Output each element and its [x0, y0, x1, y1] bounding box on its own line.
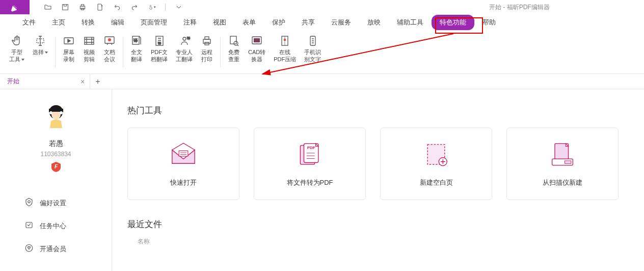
menu-item-4[interactable]: 页面管理: [132, 15, 175, 30]
svg-rect-2: [81, 5, 84, 6]
dropdown-icon[interactable]: [175, 3, 183, 11]
ribbon-label: PDF文 档翻译: [151, 49, 168, 63]
ribbon-pdftrans[interactable]: 译PDF文 档翻译: [147, 35, 172, 63]
svg-text:译: 译: [187, 37, 190, 40]
print-icon[interactable]: [78, 3, 87, 11]
ribbon-separator: [220, 37, 221, 67]
menu-item-11[interactable]: 放映: [359, 15, 389, 30]
scanner-icon: [547, 140, 578, 169]
cad-icon: CAD: [251, 35, 263, 47]
menu-item-1[interactable]: 主页: [44, 15, 73, 30]
ribbon-print[interactable]: 远程 打印: [197, 35, 217, 63]
ribbon-human[interactable]: 译专业人 工翻译: [172, 35, 197, 63]
menu-item-6[interactable]: 视图: [205, 15, 234, 30]
sidebar-item-gear[interactable]: 偏好设置: [0, 191, 112, 214]
ribbon-label: 专业人 工翻译: [176, 49, 193, 63]
menu-item-5[interactable]: 注释: [175, 15, 205, 30]
content: 热门工具 快速打开PDF将文件转为PDF新建空白页从扫描仪新建 最近文件 名称: [112, 89, 644, 271]
ribbon-translate[interactable]: 译全文 翻译: [126, 35, 147, 63]
window-title: 开始 - 福昕PDF编辑器: [489, 3, 550, 12]
record-icon: [63, 35, 75, 47]
svg-text:译: 译: [158, 42, 161, 45]
menu-bar: 文件主页转换编辑页面管理注释视图表单保护共享云服务放映辅助工具特色功能帮助: [0, 14, 644, 31]
open-icon[interactable]: [44, 3, 52, 11]
quick-access-toolbar: ▾: [30, 3, 183, 11]
ribbon-film[interactable]: 视频 剪辑: [79, 35, 99, 63]
menu-item-14[interactable]: 帮助: [474, 15, 504, 30]
card-label: 从扫描仪新建: [543, 178, 582, 187]
ribbon-label: 手型 工具: [9, 49, 24, 63]
card-envelope[interactable]: 快速打开: [127, 128, 239, 200]
menu-item-8[interactable]: 保护: [264, 15, 293, 30]
recent-files-title: 最近文件: [127, 218, 629, 230]
tab-close-icon[interactable]: ×: [81, 78, 85, 86]
separator: [165, 4, 166, 11]
dedup-icon: [228, 35, 240, 47]
ribbon-label: CAD转 换器: [248, 49, 265, 63]
ribbon-label: 全文 翻译: [131, 49, 142, 63]
envelope-icon: [168, 140, 199, 169]
menu-item-9[interactable]: 共享: [293, 15, 323, 30]
username: 若愚: [49, 139, 63, 149]
ribbon-compress[interactable]: 在线 PDF压缩: [270, 35, 300, 63]
svg-point-31: [28, 201, 31, 203]
title-bar: ▾ 开始 - 福昕PDF编辑器: [0, 0, 644, 14]
touch-icon[interactable]: ▾: [148, 3, 156, 11]
ribbon-record[interactable]: 屏幕 录制: [59, 35, 79, 63]
ribbon-dedup[interactable]: 免费 查重: [224, 35, 244, 63]
app-logo: [0, 0, 30, 14]
film-icon: [83, 35, 95, 47]
svg-text:F: F: [54, 164, 58, 169]
svg-point-33: [25, 244, 33, 252]
ribbon-separator: [55, 37, 56, 67]
menu-item-12[interactable]: 辅助工具: [389, 15, 432, 30]
card-label: 快速打开: [170, 178, 197, 187]
sidebar-item-label: 任务中心: [40, 221, 66, 231]
tab-bar: 开始 × +: [0, 74, 644, 89]
pen-icon: [10, 3, 19, 12]
card-scanner[interactable]: 从扫描仪新建: [506, 128, 619, 200]
ocr-icon: [307, 35, 319, 47]
gear-icon: [24, 198, 34, 208]
meeting-icon: [103, 35, 116, 47]
svg-point-12: [183, 37, 186, 40]
ribbon-label: 选择: [33, 49, 48, 56]
recent-column-name: 名称: [127, 237, 629, 246]
save-icon[interactable]: [61, 3, 69, 11]
svg-rect-34: [179, 151, 188, 157]
tab-start[interactable]: 开始 ×: [2, 74, 90, 89]
menu-item-10[interactable]: 云服务: [323, 15, 359, 30]
svg-rect-15: [205, 37, 209, 39]
svg-rect-1: [80, 6, 85, 9]
add-page-icon[interactable]: [96, 3, 104, 11]
hot-tools-title: 热门工具: [127, 105, 629, 116]
ribbon-meeting[interactable]: 文档 会议: [99, 35, 120, 63]
task-icon: [24, 220, 34, 231]
card-pdfdoc[interactable]: PDF将文件转为PDF: [254, 128, 366, 200]
card-blank[interactable]: 新建空白页: [380, 128, 492, 200]
menu-item-3[interactable]: 编辑: [103, 15, 132, 30]
ribbon-ocr[interactable]: 手机识 别文字: [300, 35, 325, 63]
svg-rect-17: [230, 36, 236, 44]
menu-item-2[interactable]: 转换: [73, 15, 103, 30]
blank-icon: [420, 140, 452, 169]
menu-item-0[interactable]: 文件: [14, 15, 44, 30]
tab-add[interactable]: +: [90, 77, 105, 86]
ribbon-label: 视频 剪辑: [84, 49, 95, 63]
redo-icon[interactable]: [130, 3, 139, 11]
undo-icon[interactable]: [113, 3, 121, 11]
sidebar-item-vip[interactable]: 开通会员: [0, 237, 112, 260]
compress-icon: [279, 35, 291, 47]
svg-point-7: [108, 38, 111, 41]
ribbon-label: 远程 打印: [201, 49, 212, 63]
f-badge-icon: F: [51, 162, 61, 172]
menu-item-13[interactable]: 特色功能: [432, 15, 474, 30]
user-id: 110363834: [40, 151, 71, 158]
tab-label: 开始: [7, 77, 19, 86]
ribbon-hand[interactable]: 手型 工具: [5, 35, 29, 63]
avatar[interactable]: [42, 104, 70, 132]
menu-item-7[interactable]: 表单: [234, 15, 264, 30]
ribbon-cursor[interactable]: 选择: [29, 35, 52, 56]
sidebar-item-task[interactable]: 任务中心: [0, 214, 112, 237]
ribbon-cad[interactable]: CADCAD转 换器: [244, 35, 270, 63]
